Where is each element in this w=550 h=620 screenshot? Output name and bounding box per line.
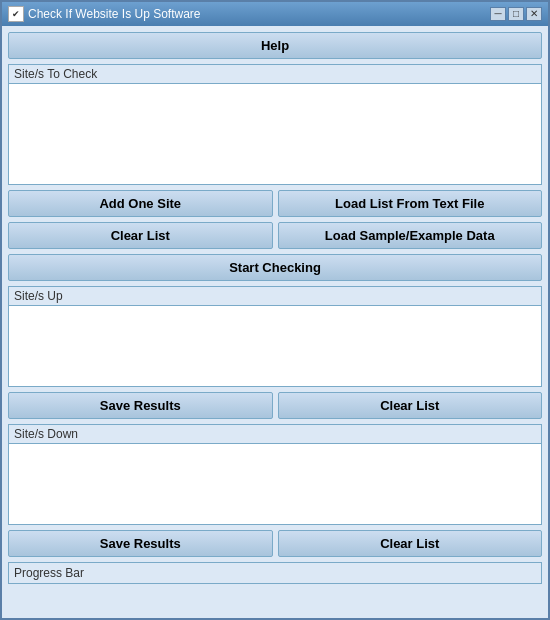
- clear-list-down-button[interactable]: Clear List: [278, 530, 543, 557]
- row-add-load: Add One Site Load List From Text File: [8, 190, 542, 217]
- save-results-up-button[interactable]: Save Results: [8, 392, 273, 419]
- sites-up-label: Site/s Up: [9, 287, 541, 306]
- sites-down-label: Site/s Down: [9, 425, 541, 444]
- progress-bar-section: Progress Bar: [8, 562, 542, 584]
- clear-list-top-button[interactable]: Clear List: [8, 222, 273, 249]
- load-list-from-text-file-button[interactable]: Load List From Text File: [278, 190, 543, 217]
- add-one-site-button[interactable]: Add One Site: [8, 190, 273, 217]
- load-sample-data-button[interactable]: Load Sample/Example Data: [278, 222, 543, 249]
- sites-up-group: Site/s Up: [8, 286, 542, 387]
- title-bar-left: ✔ Check If Website Is Up Software: [8, 6, 201, 22]
- row-save-clear-up: Save Results Clear List: [8, 392, 542, 419]
- app-icon: ✔: [8, 6, 24, 22]
- save-results-down-button[interactable]: Save Results: [8, 530, 273, 557]
- title-bar: ✔ Check If Website Is Up Software ─ □ ✕: [2, 2, 548, 26]
- sites-to-check-input[interactable]: [9, 84, 541, 184]
- window-title: Check If Website Is Up Software: [28, 7, 201, 21]
- minimize-button[interactable]: ─: [490, 7, 506, 21]
- start-checking-button[interactable]: Start Checking: [8, 254, 542, 281]
- main-window: ✔ Check If Website Is Up Software ─ □ ✕ …: [0, 0, 550, 620]
- progress-bar-label: Progress Bar: [14, 566, 84, 580]
- title-bar-controls: ─ □ ✕: [490, 7, 542, 21]
- content-area: Help Site/s To Check Add One Site Load L…: [2, 26, 548, 618]
- clear-list-up-button[interactable]: Clear List: [278, 392, 543, 419]
- sites-to-check-label: Site/s To Check: [9, 65, 541, 84]
- restore-button[interactable]: □: [508, 7, 524, 21]
- close-button[interactable]: ✕: [526, 7, 542, 21]
- row-save-clear-down: Save Results Clear List: [8, 530, 542, 557]
- row-clear-sample: Clear List Load Sample/Example Data: [8, 222, 542, 249]
- sites-down-group: Site/s Down: [8, 424, 542, 525]
- sites-down-input[interactable]: [9, 444, 541, 524]
- help-button[interactable]: Help: [8, 32, 542, 59]
- sites-up-input[interactable]: [9, 306, 541, 386]
- sites-to-check-group: Site/s To Check: [8, 64, 542, 185]
